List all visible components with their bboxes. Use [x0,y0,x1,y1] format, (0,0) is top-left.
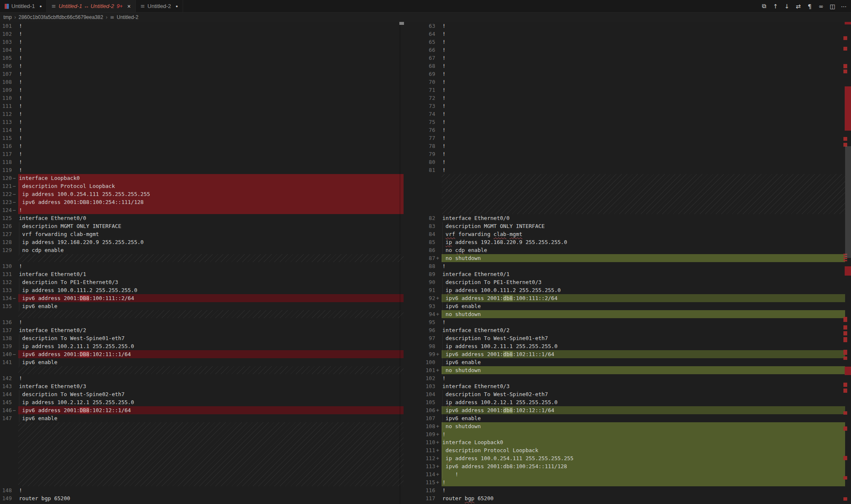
line-number[interactable]: 116 [0,142,12,150]
swap-sides-icon[interactable]: ⇄ [795,3,802,10]
modified-code-line[interactable]: 87+ no shutdown [406,254,845,262]
line-number[interactable]: 95 [406,318,435,326]
line-number[interactable]: 99 [406,350,435,358]
line-number[interactable]: 70 [406,78,435,86]
modified-code-line[interactable]: 111+ description Protocol Loopback [406,446,845,454]
original-code-line[interactable]: 147 ipv6 enable [0,414,404,422]
left-scrollbar-slider[interactable] [399,22,404,25]
modified-code-line[interactable]: 116! [406,486,845,494]
line-number[interactable]: 100 [406,358,435,366]
modified-code-line[interactable]: 68! [406,62,845,70]
line-number[interactable]: 133 [0,286,12,294]
line-number[interactable]: 101 [0,22,12,30]
line-number[interactable]: 107 [0,70,12,78]
original-code-line[interactable]: 129 no cdp enable [0,246,404,254]
modified-code-line[interactable]: 82interface Ethernet0/0 [406,214,845,222]
modified-code-line[interactable]: 80! [406,158,845,166]
modified-code-line[interactable]: 79! [406,150,845,158]
line-number[interactable]: 106 [0,62,12,70]
line-number[interactable]: 142 [0,374,12,382]
modified-pane[interactable]: 63!64!65!66!67!68!69!70!71!72!73!74!75!7… [406,22,851,504]
original-code-line[interactable]: 119! [0,166,404,174]
split-editor-icon[interactable]: ◫ [829,3,836,10]
original-code-line[interactable]: 144 description To West-Spine02-eth7 [0,390,404,398]
original-code-line[interactable]: 127 vrf forwarding clab-mgmt [0,230,404,238]
original-code-line[interactable]: 105! [0,54,404,62]
original-code-line[interactable]: 123− ipv6 address 2001:DB8:100:254::111/… [0,198,404,206]
line-number[interactable]: 86 [406,246,435,254]
original-code-line[interactable]: 128 ip address 192.168.220.9 255.255.255… [0,238,404,246]
original-code-line[interactable]: 101! [0,22,404,30]
line-number[interactable]: 114 [0,126,12,134]
original-code-line[interactable]: 121− description Protocol Loopback [0,182,404,190]
original-code-line[interactable]: 131interface Ethernet0/1 [0,270,404,278]
line-number[interactable]: 77 [406,134,435,142]
line-number[interactable]: 72 [406,94,435,102]
previous-change-icon[interactable]: ↑ [772,3,779,10]
tab-untitled-1[interactable]: Untitled-1 ● [0,0,47,12]
line-number[interactable]: 118 [0,158,12,166]
modified-code-line[interactable]: 97 description To West-Spine01-eth7 [406,334,845,342]
modified-code-line[interactable]: 117router bgp 65200 [406,494,845,502]
line-number[interactable]: 131 [0,270,12,278]
original-code-line[interactable]: 102! [0,30,404,38]
original-code-line[interactable]: 103! [0,38,404,46]
word-wrap-icon[interactable]: ∞ [818,3,824,10]
modified-code-line[interactable]: 76! [406,126,845,134]
original-code-line[interactable]: 120−interface Loopback0 [0,174,404,182]
modified-code-line[interactable]: 114+ ! [406,470,845,478]
modified-code-line[interactable]: 101+ no shutdown [406,366,845,374]
original-code-line[interactable]: 143interface Ethernet0/3 [0,382,404,390]
modified-code-line[interactable]: 74! [406,110,845,118]
line-number[interactable]: 88 [406,262,435,270]
original-code-line[interactable]: 117! [0,150,404,158]
line-number[interactable]: 149 [0,494,12,502]
modified-code-line[interactable]: 106+ ipv6 address 2001:db8:102:12::1/64 [406,406,845,414]
modified-code-line[interactable]: 104 description To West-Spine02-eth7 [406,390,845,398]
original-code-line[interactable]: 109! [0,86,404,94]
more-actions-icon[interactable]: ⋯ [840,3,847,10]
original-code-line[interactable]: 132 description To PE1-Ethernet0/3 [0,278,404,286]
line-number[interactable]: 90 [406,278,435,286]
original-code-line[interactable]: 134− ipv6 address 2001:DB8:100:111::2/64 [0,294,404,302]
modified-code-line[interactable]: 108+ no shutdown [406,422,845,430]
original-code-line[interactable]: 135 ipv6 enable [0,302,404,310]
line-number[interactable]: 105 [406,398,435,406]
original-code-line[interactable]: 107! [0,70,404,78]
line-number[interactable]: 113 [406,462,435,470]
line-number[interactable]: 109 [0,86,12,94]
breadcrumb-item-file[interactable]: Untitled-2 [117,14,138,20]
original-code-line[interactable]: 130! [0,262,404,270]
breadcrumb-item-hash[interactable]: 2860c1b03fa5cbffdbc66c5679eea382 [19,14,103,20]
original-code-line[interactable]: 112! [0,110,404,118]
line-number[interactable]: 68 [406,62,435,70]
modified-code-line[interactable]: 93 ipv6 enable [406,302,845,310]
modified-code-line[interactable]: 70! [406,78,845,86]
modified-code-line[interactable]: 71! [406,86,845,94]
line-number[interactable]: 115 [0,134,12,142]
modified-code-line[interactable]: 67! [406,54,845,62]
line-number[interactable]: 128 [0,238,12,246]
line-number[interactable]: 144 [0,390,12,398]
line-number[interactable]: 137 [0,326,12,334]
line-number[interactable]: 123 [0,198,12,206]
tab-untitled-2[interactable]: ≡ Untitled-2 ● [136,0,183,12]
line-number[interactable]: 132 [0,278,12,286]
line-number[interactable]: 74 [406,110,435,118]
original-code-line[interactable]: 106! [0,62,404,70]
modified-code-line[interactable]: 110+interface Loopback0 [406,438,845,446]
line-number[interactable]: 71 [406,86,435,94]
line-number[interactable]: 111 [406,446,435,454]
modified-code-line[interactable]: 69! [406,70,845,78]
original-code-line[interactable]: 146− ipv6 address 2001:DB8:102:12::1/64 [0,406,404,414]
modified-code-line[interactable]: 88! [406,262,845,270]
line-number[interactable]: 120 [0,174,12,182]
modified-code-line[interactable]: 89interface Ethernet0/1 [406,270,845,278]
line-number[interactable]: 83 [406,222,435,230]
original-code-line[interactable]: 110! [0,94,404,102]
line-number[interactable]: 89 [406,270,435,278]
line-number[interactable]: 124 [0,206,12,214]
line-number[interactable]: 147 [0,414,12,422]
line-number[interactable]: 65 [406,38,435,46]
line-number[interactable]: 93 [406,302,435,310]
